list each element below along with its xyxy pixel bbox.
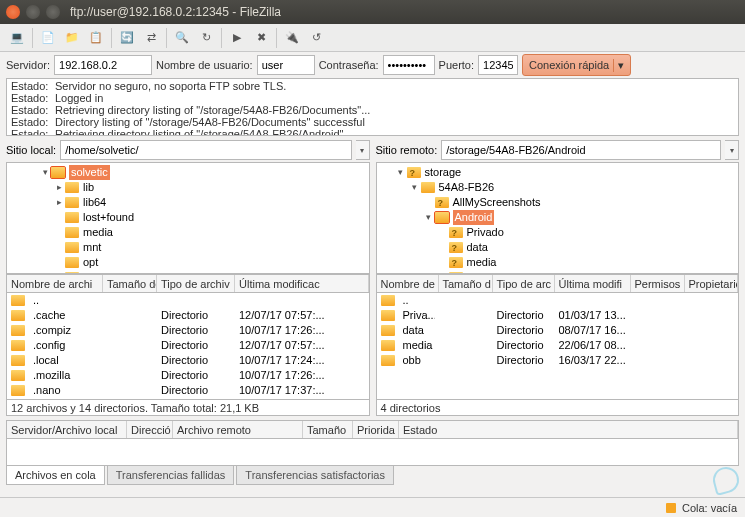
folder-icon [11,340,25,351]
list-item[interactable]: obbDirectorio16/03/17 22... [377,353,739,368]
close-icon[interactable] [6,5,20,19]
col-modified[interactable]: Última modificac [235,275,369,292]
user-input[interactable] [257,55,315,75]
server-input[interactable] [54,55,152,75]
tree-item[interactable]: mnt [11,240,365,255]
toggle-tree-icon[interactable]: 📁 [61,27,83,49]
list-item[interactable]: dataDirectorio08/07/17 16... [377,323,739,338]
local-list-header[interactable]: Nombre de archi Tamaño de Tipo de archiv… [6,274,370,292]
log-message: Logged in [55,92,103,104]
tree-item[interactable]: media [11,225,365,240]
minimize-icon[interactable] [26,5,40,19]
toggle-log-icon[interactable]: 📄 [37,27,59,49]
col-modified[interactable]: Última modifi [555,275,631,292]
file-type: Directorio [157,353,235,368]
tree-item[interactable]: ▾54A8-FB26 [381,180,735,195]
server-label: Servidor: [6,59,50,71]
tree-item[interactable]: lost+found [11,210,365,225]
expand-icon[interactable]: ▾ [409,180,421,195]
col-name[interactable]: Nombre de archi [7,275,103,292]
password-input[interactable] [383,55,435,75]
local-file-list[interactable]: ...cacheDirectorio12/07/17 07:57:....com… [6,292,370,400]
list-item[interactable]: mediaDirectorio22/06/17 08... [377,338,739,353]
log-message: Retrieving directory listing of "/storag… [55,104,370,116]
col-name[interactable]: Nombre de [377,275,439,292]
list-item[interactable]: .. [7,293,369,308]
remote-file-list[interactable]: ..Priva...Directorio01/03/17 13...dataDi… [376,292,740,400]
remote-site-label: Sitio remoto: [376,144,438,156]
site-manager-icon[interactable]: 💻 [6,27,28,49]
expand-icon[interactable]: ▸ [53,195,65,210]
sync-icon[interactable]: 🔄 [116,27,138,49]
chevron-down-icon[interactable]: ▾ [613,59,624,72]
tab-queued[interactable]: Archivos en cola [6,466,105,485]
folder-icon [65,182,79,193]
local-path-input[interactable] [60,140,351,160]
message-log[interactable]: Estado:Servidor no seguro, no soporta FT… [6,78,739,136]
tree-item[interactable]: media [381,255,735,270]
tree-item[interactable]: opt [11,255,365,270]
file-name: .mozilla [29,368,74,383]
port-input[interactable] [478,55,518,75]
remote-path-input[interactable] [441,140,721,160]
expand-icon[interactable]: ▸ [53,180,65,195]
quickconnect-button[interactable]: Conexión rápida ▾ [522,54,631,76]
chevron-down-icon[interactable]: ▾ [356,140,370,160]
remote-list-header[interactable]: Nombre de Tamaño d Tipo de arc Última mo… [376,274,740,292]
reconnect-icon[interactable]: ↺ [305,27,327,49]
col-file[interactable]: Servidor/Archivo local [7,421,127,438]
remote-tree[interactable]: ▾storage▾54A8-FB26AllMyScreenshots▾Andro… [376,162,740,274]
queue-list[interactable] [6,438,739,466]
list-item[interactable]: .configDirectorio12/07/17 07:57:... [7,338,369,353]
folder-icon [11,355,25,366]
tree-label: mnt [83,240,101,255]
expand-icon[interactable]: ▾ [423,210,435,225]
col-permissions[interactable]: Permisos [631,275,685,292]
file-name: .compiz [29,323,75,338]
tree-item[interactable]: AllMyScreenshots [381,195,735,210]
tree-item[interactable]: ▾solvetic [11,165,365,180]
process-queue-icon[interactable]: ▶ [226,27,248,49]
tree-item[interactable]: ▸lib64 [11,195,365,210]
col-type[interactable]: Tipo de arc [493,275,555,292]
tab-successful[interactable]: Transferencias satisfactorias [236,466,394,485]
tree-item[interactable]: ▾storage [381,165,735,180]
disconnect-icon[interactable]: 🔌 [281,27,303,49]
chevron-down-icon[interactable]: ▾ [725,140,739,160]
queue-header[interactable]: Servidor/Archivo local Direcció Archivo … [6,420,739,438]
col-direction[interactable]: Direcció [127,421,173,438]
tab-failed[interactable]: Transferencias fallidas [107,466,235,485]
tree-item[interactable]: ▾Android [381,210,735,225]
list-item[interactable]: .cacheDirectorio12/07/17 07:57:... [7,308,369,323]
expand-icon[interactable]: ▾ [395,165,407,180]
file-modified: 16/03/17 22... [555,353,631,368]
file-modified: 12/07/17 07:57:... [235,308,369,323]
col-size[interactable]: Tamaño de [103,275,157,292]
list-item[interactable]: .. [377,293,739,308]
col-remote[interactable]: Archivo remoto [173,421,303,438]
list-item[interactable]: Priva...Directorio01/03/17 13... [377,308,739,323]
expand-icon[interactable]: ▾ [39,165,51,180]
filter-icon[interactable]: 🔍 [171,27,193,49]
col-owner[interactable]: Propietario [685,275,739,292]
folder-icon [381,355,395,366]
list-item[interactable]: .mozillaDirectorio10/07/17 17:26:... [7,368,369,383]
tree-item[interactable]: Privado [381,225,735,240]
list-item[interactable]: .localDirectorio10/07/17 17:24:... [7,353,369,368]
toggle-queue-icon[interactable]: 📋 [85,27,107,49]
list-item[interactable]: .compizDirectorio10/07/17 17:26:... [7,323,369,338]
col-priority[interactable]: Priorida [353,421,399,438]
col-size[interactable]: Tamaño [303,421,353,438]
maximize-icon[interactable] [46,5,60,19]
folder-icon [381,340,395,351]
cancel-icon[interactable]: ✖ [250,27,272,49]
refresh-icon[interactable]: ↻ [195,27,217,49]
tree-item[interactable]: data [381,240,735,255]
tree-item[interactable]: ▸lib [11,180,365,195]
col-state[interactable]: Estado [399,421,738,438]
col-type[interactable]: Tipo de archiv [157,275,235,292]
local-tree[interactable]: ▾solvetic▸lib▸lib64lost+foundmediamntopt… [6,162,370,274]
list-item[interactable]: .nanoDirectorio10/07/17 17:37:... [7,383,369,398]
col-size[interactable]: Tamaño d [439,275,493,292]
compare-icon[interactable]: ⇄ [140,27,162,49]
